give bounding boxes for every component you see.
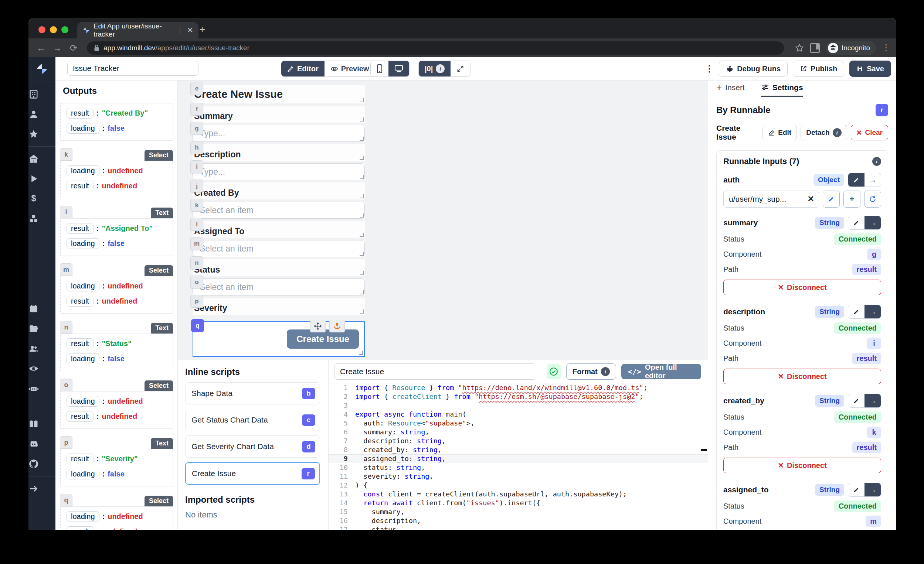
resource-picker-input[interactable]: u/user/my_sup... ✕	[723, 191, 819, 208]
code-line[interactable]: 1import { Resource } from "https://deno.…	[328, 383, 708, 392]
resize-handle-icon[interactable]	[360, 214, 364, 218]
new-tab-button[interactable]: +	[199, 24, 205, 35]
windmill-logo[interactable]	[36, 57, 48, 79]
code-line[interactable]: 4export async function main(	[328, 410, 708, 419]
resize-handle-icon[interactable]	[360, 194, 364, 198]
anchor-icon[interactable]	[329, 320, 345, 332]
discord-icon[interactable]	[28, 434, 56, 454]
canvas-component-label[interactable]: Severityp	[192, 298, 365, 315]
text-input[interactable]: Type...	[192, 125, 365, 142]
static-mode-button[interactable]	[848, 216, 864, 229]
browser-tab[interactable]: Edit App u/user/issue-tracker | ✕	[77, 22, 198, 39]
output-key[interactable]: loading	[66, 166, 99, 176]
open-full-editor-button[interactable]: </> Open full editor	[621, 364, 701, 379]
eye-icon[interactable]	[28, 359, 56, 378]
browser-menu-icon[interactable]: ⋮	[882, 43, 890, 53]
reload-icon[interactable]: ⟳	[67, 43, 80, 53]
connect-mode-button[interactable]: →	[864, 483, 881, 497]
connect-mode-button[interactable]: →	[864, 394, 881, 407]
publish-button[interactable]: Publish	[793, 61, 844, 77]
inline-script-item[interactable]: Shape Datab	[185, 382, 320, 404]
output-card-body[interactable]: result:"Status"loading:false	[60, 334, 173, 371]
save-button[interactable]: Save	[849, 61, 891, 77]
resize-handle-icon[interactable]	[360, 117, 364, 121]
app-canvas[interactable]: Create New IssueeSummaryfType...gDescrip…	[178, 81, 708, 360]
editor-mode-button[interactable]: Editor	[281, 61, 324, 76]
code-line[interactable]: 11 severity: string,	[328, 472, 708, 481]
output-card-body[interactable]: result:"Severity"loading:false	[60, 449, 173, 486]
static-mode-button[interactable]	[848, 173, 864, 187]
add-resource-button[interactable]: +	[843, 191, 860, 208]
tab-settings[interactable]: Settings	[761, 83, 803, 97]
edit-runnable-button[interactable]: Edit	[762, 125, 797, 141]
connect-mode-button[interactable]: →	[864, 305, 881, 319]
resize-handle-icon[interactable]	[360, 137, 364, 141]
preview-mode-button[interactable]: Preview	[324, 61, 375, 76]
canvas-component-title[interactable]: Create New Issuee	[192, 85, 365, 103]
tab-close-icon[interactable]: ✕	[187, 26, 193, 35]
output-card-body[interactable]: loading:undefinedresult:undefined	[60, 161, 173, 198]
output-key[interactable]: result	[66, 526, 93, 530]
robot-icon[interactable]	[28, 378, 56, 398]
code-line[interactable]: 12) {	[328, 481, 708, 490]
output-card-body[interactable]: loading:undefinedresult:undefined	[60, 391, 173, 429]
home-icon[interactable]	[28, 149, 56, 169]
canvas-component-button-container[interactable]: Create Issueq	[192, 321, 365, 357]
resize-handle-icon[interactable]	[360, 175, 364, 179]
connect-mode-button[interactable]: →	[864, 216, 881, 229]
output-key[interactable]: loading	[66, 511, 99, 522]
desktop-view-button[interactable]	[388, 61, 409, 76]
resize-handle-icon[interactable]	[360, 252, 364, 256]
output-key[interactable]: result	[66, 338, 93, 349]
minimize-window-button[interactable]	[50, 26, 57, 33]
clear-resource-icon[interactable]: ✕	[808, 194, 814, 204]
output-key[interactable]: loading	[66, 281, 99, 292]
disconnect-button[interactable]: ✕Disconnect	[723, 458, 881, 473]
forward-icon[interactable]: →	[51, 43, 64, 53]
book-icon[interactable]	[28, 414, 56, 434]
fullscreen-button[interactable]	[450, 61, 470, 76]
star-icon[interactable]	[28, 124, 56, 144]
github-icon[interactable]	[28, 454, 56, 474]
canvas-component-input[interactable]: Type...i	[192, 163, 365, 180]
script-name-input[interactable]	[334, 364, 536, 380]
canvas-component-input[interactable]: Type...g	[192, 125, 365, 142]
output-key[interactable]: loading	[66, 353, 99, 364]
zoom-window-button[interactable]	[62, 26, 68, 33]
output-key[interactable]: result	[66, 223, 93, 234]
resize-handle-icon[interactable]	[360, 271, 364, 275]
disconnect-button[interactable]: ✕Disconnect	[723, 369, 881, 384]
editor-scrollbar[interactable]	[701, 449, 707, 451]
canvas-component-select[interactable]: Select an itemo	[192, 278, 365, 295]
resize-handle-icon[interactable]	[360, 290, 364, 295]
static-mode-button[interactable]	[848, 483, 864, 497]
output-card-body[interactable]: loading:undefinedresult:undefined	[60, 506, 173, 530]
outputs-toggle-button[interactable]: |0| i	[419, 61, 450, 76]
output-card-body[interactable]: result:"Created By"loading:false	[60, 103, 173, 141]
user-icon[interactable]	[28, 104, 56, 124]
canvas-component-label[interactable]: Assigned Tol	[192, 221, 365, 238]
inline-script-item[interactable]: Get Severity Chart Datad	[185, 435, 320, 458]
tab-insert[interactable]: + Insert	[716, 83, 745, 97]
static-mode-button[interactable]	[848, 305, 864, 319]
canvas-component-select[interactable]: Select an itemk	[192, 202, 365, 218]
mobile-view-button[interactable]	[371, 61, 388, 76]
inline-script-item[interactable]: Get Status Chart Datac	[185, 409, 320, 431]
inline-script-item[interactable]: Create Issuer	[185, 462, 320, 485]
code-line[interactable]: 8 created_by: string,	[328, 446, 708, 454]
output-key[interactable]: result	[66, 411, 93, 422]
format-button[interactable]: Format i	[566, 364, 616, 380]
code-line[interactable]: 17 status,	[328, 525, 708, 530]
code-line[interactable]: 2import { createClient } from "https://e…	[328, 392, 708, 401]
resize-handle-icon[interactable]	[360, 233, 364, 237]
side-panel-icon[interactable]	[810, 43, 820, 53]
code-line[interactable]: 13 const client = createClient(auth.supa…	[328, 490, 708, 499]
output-key[interactable]: loading	[66, 469, 99, 479]
close-window-button[interactable]	[39, 26, 45, 33]
code-line[interactable]: 6 summary: string,	[328, 428, 708, 437]
resize-handle-icon[interactable]	[360, 156, 364, 160]
disconnect-button[interactable]: ✕Disconnect	[723, 280, 881, 295]
building-icon[interactable]	[28, 84, 56, 104]
code-line[interactable]: 3	[328, 401, 708, 410]
canvas-component-label[interactable]: Created Byj	[192, 183, 365, 199]
